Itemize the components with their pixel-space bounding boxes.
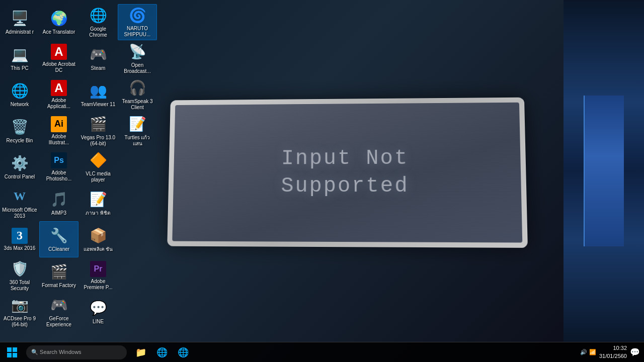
icon-teamspeak[interactable]: 🎧 TeamSpeak 3 Client: [118, 76, 157, 113]
teamspeak-label: TeamSpeak 3 Client: [120, 99, 155, 111]
monitor-display: Input Not Supported: [167, 98, 528, 248]
icon-thai-editor[interactable]: 📝 ภาษา พิชิต: [78, 185, 118, 221]
control-panel-icon: ⚙️: [11, 154, 29, 172]
open-broadcast-icon: 📡: [128, 43, 146, 61]
desktop: 🖥️ Administrat r 💻 This PC 🌐 Network 🗑️ …: [0, 0, 644, 362]
icon-ccleaner[interactable]: 🔧 CCleaner: [39, 221, 78, 257]
taskbar-pinned-icons: 📁 🌐 🌐: [131, 342, 193, 363]
monitor-outer-bezel: Input Not Supported: [167, 98, 528, 248]
taskbar-right-area: 🔊 📶 10:32 31/01/2560 💬: [580, 344, 644, 360]
icon-photoshop[interactable]: Ps Adobe Photosho...: [39, 149, 78, 185]
monitor-line2: Supported: [281, 173, 409, 198]
recycle-bin-label: Recycle Bin: [7, 138, 33, 144]
ccleaner-label: CCleaner: [48, 246, 69, 252]
network-status-icon[interactable]: 📶: [589, 349, 596, 355]
vlc-label: VLC media player: [80, 171, 116, 183]
acdee-icon: 📷: [11, 296, 29, 314]
line-label: LINE: [93, 319, 104, 325]
ms-office-icon: W: [11, 188, 29, 206]
icon-google-chrome[interactable]: 🌐 Google Chrome: [78, 4, 118, 40]
network-icon: 🌐: [11, 82, 29, 100]
icon-control-panel[interactable]: ⚙️ Control Panel: [0, 149, 39, 185]
this-pc-label: This PC: [11, 65, 29, 71]
icon-thai-app[interactable]: 📦 แอพพลิเค ชัน: [78, 221, 118, 257]
geforce-label: GeForce Experience: [41, 316, 76, 328]
photoshop-label: Adobe Photosho...: [41, 170, 76, 182]
icon-vlc[interactable]: 🔶 VLC media player: [78, 149, 118, 185]
3ds-max-label: 3ds Max 2016: [4, 245, 36, 251]
open-broadcast-label: Open Broadcast...: [120, 62, 155, 74]
teamviewer-icon: 👥: [89, 82, 107, 100]
taskbar-edge-icon[interactable]: 🌐: [152, 342, 172, 363]
action-center-icon[interactable]: 💬: [630, 347, 640, 357]
this-pc-icon: 💻: [11, 46, 29, 64]
icon-ace-translator[interactable]: 🌍 Ace Translator: [39, 4, 78, 40]
icon-3ds-max[interactable]: 3 3ds Max 2016: [0, 221, 39, 257]
icon-premiere[interactable]: Pr Adobe Premiere P...: [78, 257, 118, 294]
adobe-apps-icon: A: [51, 80, 67, 96]
premiere-label: Adobe Premiere P...: [80, 279, 116, 291]
search-placeholder: 🔍 Search Windows: [31, 349, 82, 355]
icon-recycle-bin[interactable]: 🗑️ Recycle Bin: [0, 113, 39, 149]
icon-vegas-pro[interactable]: 🎬 Vegas Pro 13.0 (64-bit): [78, 113, 118, 149]
administrator-label: Administrat r: [6, 29, 34, 35]
icon-this-pc[interactable]: 💻 This PC: [0, 40, 39, 76]
vegas-pro-icon: 🎬: [89, 115, 107, 133]
format-factory-icon: 🎬: [50, 263, 68, 281]
icon-teamviewer[interactable]: 👥 TeamViewer 11: [78, 76, 118, 113]
icon-ms-office[interactable]: W Microsoft Office 2013: [0, 185, 39, 221]
aimp3-icon: 🎵: [50, 191, 68, 209]
360-total-label: 360 Total Security: [2, 280, 37, 292]
vlc-icon: 🔶: [89, 151, 107, 169]
recycle-bin-icon: 🗑️: [11, 118, 29, 136]
icon-format-factory[interactable]: 🎬 Format Factory: [39, 257, 78, 294]
volume-icon[interactable]: 🔊: [580, 349, 587, 355]
thai-app-label: แอพพลิเค ชัน: [84, 246, 113, 252]
icon-naruto[interactable]: 🌀 NARUTO SHIPPUU...: [118, 4, 157, 40]
google-chrome-label: Google Chrome: [80, 26, 116, 38]
adobe-acrobat-icon: A: [51, 44, 67, 60]
icon-acdee[interactable]: 📷 ACDsee Pro 9 (64-bit): [0, 294, 39, 330]
icon-open-broadcast[interactable]: 📡 Open Broadcast...: [118, 40, 157, 76]
ace-translator-icon: 🌍: [50, 10, 68, 28]
windows-logo-icon: [7, 347, 17, 357]
right-panel-inner: [584, 96, 624, 246]
ace-translator-label: Ace Translator: [43, 29, 75, 35]
monitor-message: Input Not Supported: [281, 145, 409, 200]
start-button[interactable]: [0, 342, 24, 363]
ai-label: Adobe Illustrat...: [41, 134, 76, 146]
vegas-pro-label: Vegas Pro 13.0 (64-bit): [80, 135, 116, 147]
icon-adobe-acrobat[interactable]: A Adobe Acrobat DC: [39, 40, 78, 76]
taskbar: 🔍 Search Windows 📁 🌐 🌐 🔊 📶 10:32 31/01/2…: [0, 342, 644, 362]
icon-360-total[interactable]: 🛡️ 360 Total Security: [0, 257, 39, 294]
acdee-label: ACDsee Pro 9 (64-bit): [2, 316, 37, 328]
icon-ai[interactable]: Ai Adobe Illustrat...: [39, 113, 78, 149]
naruto-icon: 🌀: [128, 7, 146, 24]
taskbar-time: 10:32: [599, 344, 627, 352]
icon-adobe-apps[interactable]: A Adobe Applicati...: [39, 76, 78, 113]
taskbar-chrome-icon[interactable]: 🌐: [173, 342, 193, 363]
monitor-line1: Input Not: [281, 146, 409, 171]
teamspeak-icon: 🎧: [128, 79, 146, 97]
thai-editor-label: ภาษา พิชิต: [86, 210, 111, 216]
thai-app-icon: 📦: [89, 227, 107, 245]
adobe-apps-label: Adobe Applicati...: [41, 98, 76, 110]
taskbar-explorer-icon[interactable]: 📁: [131, 342, 151, 363]
icon-geforce[interactable]: 🎮 GeForce Experience: [39, 294, 78, 330]
line-icon: 💬: [89, 299, 107, 317]
icon-network[interactable]: 🌐 Network: [0, 76, 39, 113]
360-total-icon: 🛡️: [11, 260, 29, 278]
icon-steam[interactable]: 🎮 Steam: [78, 40, 118, 76]
system-tray-icons: 🔊 📶: [580, 349, 596, 355]
ms-office-label: Microsoft Office 2013: [2, 207, 37, 219]
steam-label: Steam: [91, 65, 106, 71]
taskbar-date: 31/01/2560: [599, 352, 627, 360]
network-label: Network: [11, 102, 29, 108]
icon-line[interactable]: 💬 LINE: [78, 294, 118, 330]
icon-administrator[interactable]: 🖥️ Administrat r: [0, 4, 39, 40]
taskbar-clock[interactable]: 10:32 31/01/2560: [599, 344, 627, 360]
icon-turtlebeach[interactable]: 📝 Turtles แก้ว แสน: [118, 113, 157, 149]
taskbar-search-box[interactable]: 🔍 Search Windows: [26, 345, 127, 359]
icon-aimp3[interactable]: 🎵 AIMP3: [39, 185, 78, 221]
google-chrome-icon: 🌐: [89, 7, 107, 25]
